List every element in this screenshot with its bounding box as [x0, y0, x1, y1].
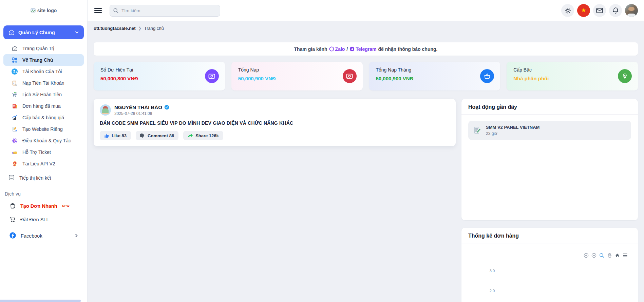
- recent-activity-panel: Hoạt động gần đây SMM V2 PANEL VIETNAM 2…: [461, 99, 638, 220]
- vietnam-flag-icon: [580, 7, 587, 14]
- sun-icon: [565, 7, 571, 14]
- messages-button[interactable]: [593, 4, 606, 17]
- theme-toggle-button[interactable]: [561, 4, 574, 17]
- post-author-name[interactable]: NGUYỄN THÁI BẢO: [114, 104, 162, 110]
- sidebar-scrollbar-thumb[interactable]: [0, 300, 81, 302]
- breadcrumb-site[interactable]: ott.tuongtacsale.net: [94, 26, 136, 31]
- bell-icon: [612, 7, 619, 14]
- sidebar-item-ve-trang-chu[interactable]: Về Trang Chủ: [3, 54, 84, 66]
- sidebar-item-label: Về Trang Chủ: [22, 57, 53, 63]
- breadcrumb-page: Trang chủ: [144, 26, 164, 31]
- orders-stats-panel: Thống kê đơn hàng 3.0 2.0 1.0: [461, 228, 638, 302]
- stat-value: Nhà phân phối: [513, 76, 631, 81]
- sidebar-item-dat-don-sll[interactable]: Đặt Đơn SLL: [0, 213, 87, 226]
- sidebar-item-label: Đặt Đơn SLL: [20, 217, 49, 222]
- user-avatar[interactable]: [625, 4, 638, 17]
- sidebar-item-nap-tien-tai-khoan[interactable]: Nạp Tiền Tài Khoản: [0, 77, 87, 89]
- activity-item[interactable]: SMM V2 PANEL VIETNAM 23 giờ: [468, 121, 631, 140]
- admin-home-icon: [11, 45, 18, 52]
- post-actions: Like 83 Comment 86 Share 126k: [100, 131, 450, 140]
- comment-button[interactable]: Comment 86: [136, 131, 178, 140]
- topbar-actions: [561, 4, 638, 17]
- stat-title: Tổng Nạp Tháng: [376, 67, 494, 73]
- sidebar-item-lich-su-hoan-tien[interactable]: Lịch Sử Hoàn Tiền: [0, 89, 87, 100]
- search-input[interactable]: [110, 5, 220, 17]
- stat-card-month-deposit: Tổng Nạp Tháng 50,000,900 VNĐ: [369, 62, 500, 90]
- stat-value: 50,000,800 VNĐ: [100, 76, 218, 81]
- clipboard-pencil-icon: [11, 126, 18, 133]
- announcement-post: NGUYỄN THÁI BẢO 2025-07-29 01:41:09 BÁN …: [94, 99, 456, 146]
- stat-value: 50,000,900 VNĐ: [376, 76, 494, 81]
- post-author-avatar[interactable]: [100, 104, 111, 116]
- site-logo[interactable]: site logo: [0, 0, 87, 21]
- sidebar-item-tiep-thi-lien-ket[interactable]: Tiếp thị liên kết: [0, 172, 87, 184]
- sidebar-item-tai-lieu-api-v2[interactable]: Tài Liệu API V2: [0, 158, 87, 169]
- stat-title: Cấp Bậc: [513, 67, 631, 73]
- sidebar-item-cap-bac-bang-gia[interactable]: Cấp bậc & bảng giá: [0, 112, 87, 123]
- like-button[interactable]: Like 83: [100, 131, 131, 140]
- chevron-right-icon: [74, 233, 78, 239]
- banknote-icon: [205, 69, 219, 83]
- stat-card-rank: Cấp Bậc Nhà phân phối: [507, 62, 638, 90]
- area-series: [461, 243, 638, 302]
- bag-plus-icon: [9, 202, 16, 210]
- sidebar-item-label: Tạo Đơn Nhanh: [20, 203, 57, 209]
- comment-bubble-icon: [140, 133, 145, 138]
- sidebar-item-tai-khoan-cua-toi[interactable]: Tài Khoản Của Tôi: [0, 66, 87, 77]
- chevron-down-icon: [75, 30, 79, 35]
- sidebar: site logo Quản Lý Chung Trang Quản Trị V…: [0, 0, 88, 302]
- chevron-right-icon: ❯: [138, 26, 141, 31]
- sidebar-item-ho-tro-ticket[interactable]: Hỗ Trợ Ticket: [0, 146, 87, 158]
- refund-history-icon: [11, 91, 18, 98]
- activity-item-title: SMM V2 PANEL VIETNAM: [486, 125, 539, 130]
- grid-icon: [11, 57, 18, 63]
- sidebar-item-tao-don-nhanh[interactable]: Tạo Đơn NhanhNEW: [0, 199, 87, 213]
- site-logo-label: site logo: [37, 8, 57, 13]
- mail-icon: [596, 8, 603, 13]
- notice-banner: Tham gia kênh Zalo / Telegram để nhận th…: [94, 42, 638, 56]
- broken-image-icon: [31, 8, 36, 13]
- sidebar-item-label: Tiếp thị liên kết: [19, 175, 51, 181]
- medal-icon: [618, 69, 632, 83]
- sidebar-item-don-hang-da-mua[interactable]: Đơn hàng đã mua: [0, 100, 87, 112]
- comment-label: Comment 86: [148, 133, 174, 138]
- sidebar-item-facebook[interactable]: Facebook: [0, 229, 87, 243]
- stat-card-total-deposit: Tổng Nạp 50,000,900 VNĐ: [231, 62, 363, 90]
- topbar: [88, 0, 644, 21]
- zalo-link[interactable]: Zalo: [329, 46, 345, 52]
- atom-icon: [11, 137, 18, 144]
- stat-title: Tổng Nạp: [238, 67, 356, 73]
- menu-toggle-button[interactable]: [94, 7, 102, 14]
- sidebar-item-label: Tài Liệu API V2: [22, 161, 55, 166]
- sidebar-group-quan-ly-chung[interactable]: Quản Lý Chung: [3, 25, 84, 39]
- zalo-icon: [329, 46, 334, 52]
- orders-chart: 3.0 2.0 1.0: [461, 243, 638, 302]
- search-icon: [113, 8, 119, 15]
- post-content: BÁN CODE SMM PANEL SIÊU VIP DO MÌNH DEV …: [100, 120, 450, 126]
- sidebar-item-tao-website-rieng[interactable]: Tạo Website Riêng: [0, 123, 87, 135]
- sidebar-item-label: Tạo Website Riêng: [22, 126, 63, 132]
- medal-red-icon: [11, 160, 18, 167]
- app: site logo Quản Lý Chung Trang Quản Trị V…: [0, 0, 644, 302]
- notifications-button[interactable]: [609, 4, 622, 17]
- post-timestamp: 2025-07-29 01:41:09: [114, 111, 169, 116]
- share-arrow-icon: [188, 133, 193, 138]
- orders-stats-title: Thống kê đơn hàng: [461, 228, 638, 243]
- telegram-icon: [349, 46, 355, 52]
- telegram-link[interactable]: Telegram: [349, 46, 376, 52]
- breadcrumb: ott.tuongtacsale.net ❯ Trang chủ: [94, 26, 164, 31]
- activity-item-time: 23 giờ: [486, 131, 539, 136]
- sidebar-item-dieu-khoan-quy-tac[interactable]: Điều Khoản & Quy Tắc: [0, 135, 87, 146]
- basket-icon: [480, 69, 494, 83]
- share-button[interactable]: Share 126k: [183, 131, 223, 140]
- home-smile-icon: [8, 29, 15, 36]
- share-label: Share 126k: [195, 133, 219, 138]
- chart-up-icon: [11, 114, 18, 121]
- cart-icon: [9, 216, 16, 224]
- sidebar-item-trang-quan-tri[interactable]: Trang Quản Trị: [0, 43, 87, 54]
- search-box: [110, 5, 220, 17]
- stat-card-balance: Số Dư Hiện Tại 50,000,800 VNĐ: [94, 62, 225, 90]
- sidebar-section-dich-vu: Dịch vụ: [0, 184, 87, 199]
- sidebar-item-label: Nạp Tiền Tài Khoản: [22, 80, 64, 86]
- language-button[interactable]: [577, 4, 590, 17]
